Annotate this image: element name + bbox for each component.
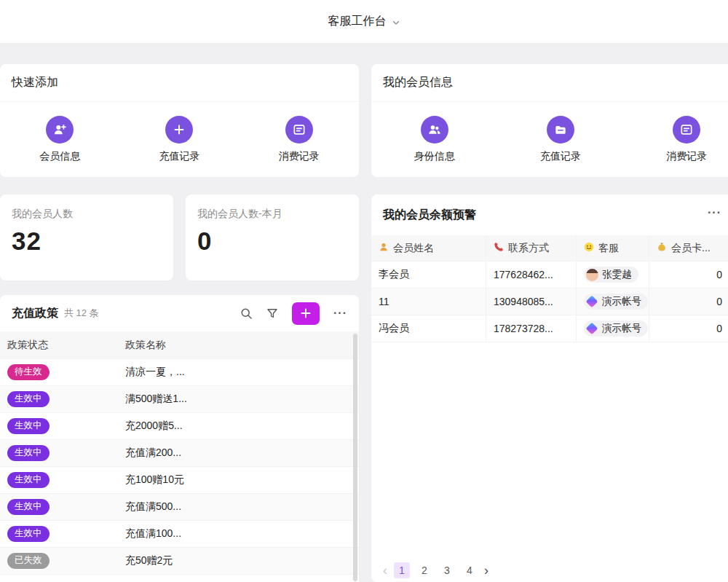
agent-name: 演示帐号 bbox=[602, 295, 641, 308]
card-icon bbox=[673, 116, 700, 143]
smiley-icon bbox=[584, 242, 594, 254]
prev-page-icon[interactable]: ‹ bbox=[383, 564, 387, 577]
table-row[interactable]: 已失效 充50赠2元 bbox=[0, 548, 359, 575]
card-balance: 0 bbox=[649, 288, 728, 315]
balance-alert-title: 我的会员余额预警 bbox=[383, 208, 476, 223]
quick-add-consume-record[interactable]: 消费记录 bbox=[240, 102, 359, 176]
top-bar: 客服工作台 bbox=[0, 0, 728, 44]
card-balance: 0 bbox=[649, 261, 728, 288]
member-info-title: 我的会员信息 bbox=[371, 64, 728, 102]
table-row[interactable]: 待生效 清凉一夏，... bbox=[0, 359, 359, 386]
table-row[interactable]: 11 130948085... 演示帐号 0 bbox=[371, 288, 728, 315]
page-button-3[interactable]: 3 bbox=[439, 562, 455, 578]
next-page-icon[interactable]: › bbox=[484, 564, 488, 577]
policy-name: 满500赠送1... bbox=[124, 393, 359, 406]
column-header-contact: 联系方式 bbox=[508, 242, 549, 255]
page-button-1[interactable]: 1 bbox=[394, 562, 410, 578]
table-row[interactable]: 生效中 充值满100... bbox=[0, 521, 359, 548]
policy-name: 清凉一夏，... bbox=[124, 366, 359, 379]
stat-value: 0 bbox=[197, 227, 347, 256]
status-badge: 生效中 bbox=[7, 445, 50, 461]
member-identity-info[interactable]: 身份信息 bbox=[371, 102, 497, 176]
status-badge: 生效中 bbox=[7, 526, 50, 542]
balance-alert-table: 会员姓名 联系方式 客服 会员卡... bbox=[371, 235, 728, 342]
table-row[interactable]: 生效中 充值满500... bbox=[0, 494, 359, 521]
app-title[interactable]: 客服工作台 bbox=[328, 14, 387, 29]
member-consume-record[interactable]: 消费记录 bbox=[624, 102, 728, 176]
status-badge: 生效中 bbox=[7, 391, 50, 407]
policy-name: 充2000赠5... bbox=[124, 420, 359, 433]
phone-icon bbox=[494, 242, 504, 254]
agent-name: 演示帐号 bbox=[602, 322, 641, 335]
policy-name: 充值满200... bbox=[124, 447, 359, 460]
quick-add-recharge-record[interactable]: 充值记录 bbox=[119, 102, 239, 176]
quick-add-recharge-label: 充值记录 bbox=[159, 150, 199, 163]
status-badge: 已失效 bbox=[7, 553, 50, 569]
status-badge: 待生效 bbox=[7, 364, 50, 380]
chevron-down-icon[interactable] bbox=[392, 18, 400, 27]
table-row[interactable]: 生效中 满500赠送1... bbox=[0, 386, 359, 413]
table-row[interactable]: 生效中 充2000赠5... bbox=[0, 413, 359, 440]
column-header-member-name: 会员姓名 bbox=[393, 242, 434, 255]
table-row[interactable]: 李会员 177628462... 张雯越 0 bbox=[371, 261, 728, 288]
filter-icon[interactable] bbox=[266, 307, 278, 319]
column-header-status: 政策状态 bbox=[0, 339, 124, 352]
plus-icon bbox=[165, 116, 193, 143]
status-badge: 生效中 bbox=[7, 499, 50, 515]
member-recharge-record[interactable]: 充值记录 bbox=[497, 102, 623, 176]
quick-add-card: 快速添加 会员信息 充值记录 消费记录 bbox=[0, 64, 359, 177]
add-policy-button[interactable] bbox=[292, 302, 320, 325]
member-icon bbox=[379, 242, 389, 254]
member-identity-label: 身份信息 bbox=[414, 150, 455, 163]
card-balance: 0 bbox=[649, 315, 728, 342]
search-icon[interactable] bbox=[240, 307, 253, 320]
stat-label: 我的会员人数-本月 bbox=[197, 208, 347, 221]
avatar bbox=[586, 269, 598, 281]
status-badge: 生效中 bbox=[7, 472, 50, 488]
policy-name: 充50赠2元 bbox=[124, 554, 359, 567]
table-row[interactable]: 冯会员 178273728... 演示帐号 0 bbox=[371, 315, 728, 342]
member-name: 11 bbox=[371, 288, 486, 315]
stat-label: 我的会员人数 bbox=[12, 208, 162, 221]
quick-add-member-label: 会员信息 bbox=[39, 150, 80, 163]
member-name: 冯会员 bbox=[371, 315, 486, 342]
recharge-policy-title: 充值政策 bbox=[12, 306, 58, 321]
people-icon bbox=[421, 116, 448, 143]
scrollbar-thumb[interactable] bbox=[353, 334, 357, 581]
recharge-policy-count: 共 12 条 bbox=[64, 307, 99, 320]
more-options-icon[interactable]: ··· bbox=[333, 307, 347, 319]
member-info-actions: 身份信息 充值记录 消费记录 bbox=[371, 102, 728, 176]
recharge-policy-header: 充值政策 共 12 条 ··· bbox=[0, 295, 359, 331]
demo-account-icon bbox=[586, 323, 598, 335]
recharge-policy-table: 政策状态 政策名称 待生效 清凉一夏，... 生效中 满500赠送1... 生效… bbox=[0, 331, 359, 575]
member-contact: 130948085... bbox=[486, 288, 577, 315]
table-row[interactable]: 生效中 充100赠10元 bbox=[0, 467, 359, 494]
recharge-policy-card: 充值政策 共 12 条 ··· 政策状态 政策名称 待生效 清凉一夏，... bbox=[0, 295, 359, 582]
policy-name: 充值满100... bbox=[124, 527, 359, 540]
member-name: 李会员 bbox=[371, 261, 486, 288]
page-button-2[interactable]: 2 bbox=[416, 562, 432, 578]
status-badge: 生效中 bbox=[7, 418, 50, 434]
page-button-4[interactable]: 4 bbox=[462, 562, 478, 578]
agent-chip[interactable]: 张雯越 bbox=[584, 267, 638, 283]
more-options-icon[interactable]: ··· bbox=[708, 207, 721, 219]
person-add-icon bbox=[46, 116, 74, 143]
quick-add-actions: 会员信息 充值记录 消费记录 bbox=[0, 102, 359, 176]
agent-chip[interactable]: 演示帐号 bbox=[584, 294, 648, 310]
member-contact: 177628462... bbox=[486, 261, 577, 288]
money-icon bbox=[657, 242, 667, 254]
member-consume-label: 消费记录 bbox=[666, 150, 707, 163]
policy-name: 充100赠10元 bbox=[124, 473, 359, 487]
column-header-card-balance: 会员卡... bbox=[671, 242, 711, 255]
agent-chip[interactable]: 演示帐号 bbox=[584, 321, 648, 337]
member-info-card: 我的会员信息 身份信息 充值记录 消费记录 bbox=[371, 64, 728, 177]
table-row[interactable]: 生效中 充值满200... bbox=[0, 440, 359, 467]
quick-add-member-info[interactable]: 会员信息 bbox=[0, 102, 119, 176]
stat-value: 32 bbox=[12, 227, 162, 256]
card-icon bbox=[285, 116, 313, 143]
demo-account-icon bbox=[586, 296, 598, 308]
balance-alert-header: 我的会员余额预警 ··· bbox=[371, 194, 728, 235]
stat-card-member-count-month: 我的会员人数-本月 0 bbox=[186, 194, 359, 280]
quick-add-title: 快速添加 bbox=[0, 64, 359, 102]
member-contact: 178273728... bbox=[486, 315, 577, 342]
